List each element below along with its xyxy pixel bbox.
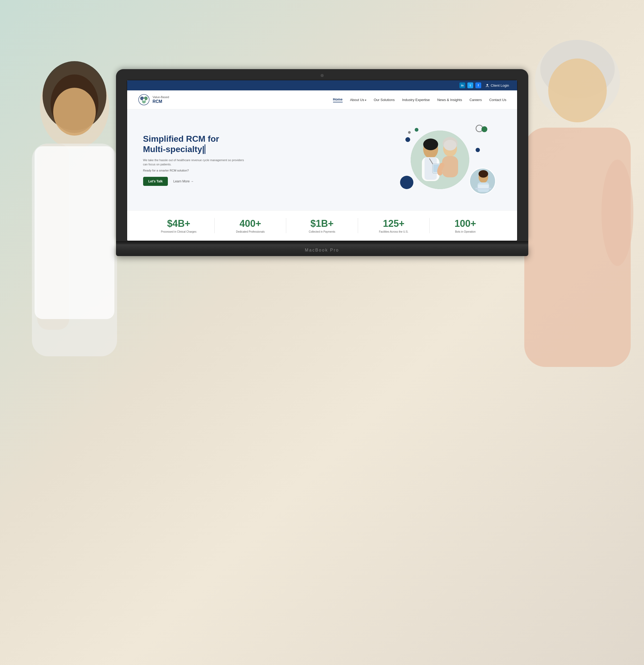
stat-number-bots: 100+	[435, 218, 496, 229]
nav-item-home[interactable]: Home	[333, 97, 343, 102]
logo-area: Value-Based RCM	[138, 94, 169, 106]
hero-title: Simplified RCM for Multi-specialty|	[143, 134, 244, 154]
svg-point-9	[548, 58, 607, 122]
nav-item-about[interactable]: About Us	[350, 98, 366, 102]
svg-rect-34	[478, 185, 489, 188]
deco-circle-navy	[405, 137, 410, 142]
svg-point-31	[479, 170, 488, 178]
hero-cta-text: Ready for a smarter RCM solution?	[143, 169, 244, 172]
nav-item-news[interactable]: News & Insights	[437, 98, 462, 102]
stat-label-professionals: Dedicated Professionals	[220, 230, 281, 233]
logo-text: Value-Based RCM	[153, 95, 169, 104]
website: in t f Client Login	[127, 80, 517, 241]
deco-circle-green-solid	[481, 126, 487, 132]
nav-bar: Value-Based RCM Home About Us Our Soluti…	[127, 90, 517, 109]
stat-label-clinical: Processed in Clinical Charges	[148, 230, 209, 233]
stat-professionals: 400+ Dedicated Professionals	[215, 218, 286, 233]
svg-point-17	[143, 99, 145, 101]
laptop-outer: in t f Client Login	[116, 69, 528, 256]
svg-point-27	[444, 140, 457, 151]
top-bar: in t f Client Login	[127, 80, 517, 90]
hero-image-area	[389, 122, 501, 197]
laptop-container: in t f Client Login	[116, 69, 528, 256]
cursor: |	[202, 145, 205, 154]
user-icon	[485, 83, 489, 87]
svg-point-20	[423, 138, 438, 150]
hero-doctor-image-inner	[411, 131, 469, 189]
laptop-screen: in t f Client Login	[127, 80, 518, 241]
hero-secondary-image	[469, 168, 496, 194]
hero-description: We take the hassle out of healthcare rev…	[143, 158, 244, 167]
nav-item-solutions[interactable]: Our Solutions	[374, 98, 395, 102]
facebook-icon[interactable]: f	[475, 82, 481, 88]
client-login-button[interactable]: Client Login	[485, 83, 509, 88]
laptop-base: MacBook Pro	[116, 244, 528, 256]
learn-more-button[interactable]: Learn More →	[173, 179, 194, 183]
svg-rect-6	[35, 146, 114, 319]
stat-label-payments: Collected in Payments	[292, 230, 352, 233]
nav-item-industry[interactable]: Industry Expertise	[402, 98, 430, 102]
stat-number-clinical: $4B+	[148, 218, 209, 229]
logo-value-based: Value-Based	[153, 95, 169, 99]
stat-bots: 100+ Bots in Operation	[429, 218, 501, 233]
stat-label-bots: Bots in Operation	[435, 230, 496, 233]
laptop-hinge	[116, 241, 528, 244]
stat-number-payments: $1B+	[292, 218, 352, 229]
deco-circle-gray-sm	[408, 131, 411, 134]
social-icons: in t f	[459, 82, 481, 88]
logo-rcm: RCM	[153, 99, 169, 104]
stat-payments: $1B+ Collected in Payments	[286, 218, 358, 233]
svg-point-11	[602, 159, 633, 266]
svg-point-18	[411, 131, 469, 189]
client-login-label: Client Login	[491, 83, 509, 88]
stats-bar: $4B+ Processed in Clinical Charges 400+ …	[127, 210, 517, 241]
secondary-illustration	[470, 169, 496, 194]
lets-talk-button[interactable]: Let's Talk	[143, 177, 168, 186]
hero-content: Simplified RCM for Multi-specialty| We t…	[143, 134, 244, 186]
deco-circle-navy-sm	[476, 148, 480, 152]
laptop-camera	[320, 74, 324, 77]
nav-links: Home About Us Our Solutions Industry Exp…	[333, 97, 507, 102]
doctor-patient-illustration	[411, 131, 469, 189]
hero-title-line1: Simplified RCM for	[143, 134, 244, 144]
twitter-icon[interactable]: t	[467, 82, 473, 88]
svg-point-12	[486, 84, 488, 86]
nav-item-contact[interactable]: Contact Us	[489, 98, 506, 102]
stat-label-facilities: Facilities Across the U.S.	[363, 230, 424, 233]
svg-point-5	[53, 88, 96, 136]
hero-title-line2: Multi-specialty|	[143, 144, 244, 154]
laptop-brand-label: MacBook Pro	[305, 248, 339, 253]
linkedin-icon[interactable]: in	[459, 82, 465, 88]
deco-circle-navy-bottom	[400, 176, 413, 189]
hero-buttons: Let's Talk Learn More →	[143, 177, 244, 186]
stat-number-facilities: 125+	[363, 218, 424, 229]
svg-rect-28	[442, 156, 458, 177]
stat-facilities: 125+ Facilities Across the U.S.	[358, 218, 429, 233]
deco-circle-teal	[415, 128, 419, 132]
stat-clinical-charges: $4B+ Processed in Clinical Charges	[143, 218, 215, 233]
nav-item-careers[interactable]: Careers	[470, 98, 482, 102]
stat-number-professionals: 400+	[220, 218, 281, 229]
hero-doctor-image	[411, 131, 469, 189]
company-logo-icon	[138, 94, 150, 106]
hero-section: Simplified RCM for Multi-specialty| We t…	[127, 109, 517, 210]
laptop-bezel: in t f Client Login	[116, 69, 528, 241]
